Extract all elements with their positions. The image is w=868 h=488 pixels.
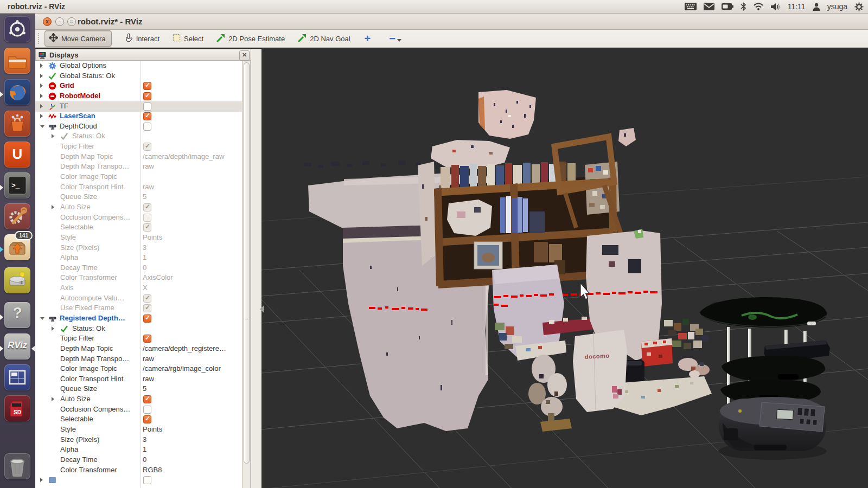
checkbox[interactable]	[143, 294, 151, 303]
display-row-alpha[interactable]: Alpha1	[35, 253, 242, 263]
launcher-icon-sd-card[interactable]: SD	[4, 395, 30, 421]
property-value[interactable]: 0	[143, 264, 240, 272]
property-value[interactable]: 1	[143, 253, 240, 261]
display-row-axis[interactable]: AxisX	[35, 283, 242, 293]
display-row-depth-map-transpo-[interactable]: Depth Map Transpo…raw	[35, 162, 242, 172]
display-row-depthcloud[interactable]: DepthCloud	[35, 121, 242, 132]
displays-scrollbar-thumb[interactable]	[244, 62, 250, 464]
tool-dropdown-arrow-icon[interactable]	[397, 39, 401, 42]
checkbox[interactable]	[143, 223, 151, 232]
display-row-occlusion-compens-[interactable]: Occlusion Compens…	[35, 213, 242, 223]
display-row-color-transport-hint[interactable]: Color Transport Hintraw	[35, 374, 242, 384]
property-value[interactable]: raw	[143, 162, 240, 170]
display-row-status-ok[interactable]: Status: Ok	[35, 324, 242, 334]
remove-tool-button[interactable]: −	[389, 33, 395, 44]
checkbox[interactable]	[143, 214, 151, 222]
display-row-occlusion-compens-[interactable]: Occlusion Compens…	[35, 404, 242, 415]
launcher-icon-rviz[interactable]: RViz	[4, 333, 30, 359]
expand-arrow-icon[interactable]	[40, 84, 43, 88]
display-row-robotmodel[interactable]: RobotModel	[35, 91, 242, 101]
display-row-tf[interactable]: TF	[35, 101, 242, 112]
expand-arrow-icon[interactable]	[40, 478, 43, 482]
window-minimize-button[interactable]: –	[55, 17, 64, 26]
display-row-style[interactable]: StylePoints	[35, 425, 242, 435]
display-row-autocompute-valu-[interactable]: Autocompute Valu…	[35, 293, 242, 304]
display-row-laserscan[interactable]: LaserScan	[35, 111, 242, 121]
tool-interact[interactable]: Interact	[125, 33, 159, 44]
property-value[interactable]: Points	[143, 233, 240, 241]
display-row-color-transformer[interactable]: Color TransformerAxisColor	[35, 273, 242, 283]
panel-splitter[interactable]	[251, 49, 261, 488]
property-value[interactable]: 3	[143, 243, 240, 252]
property-value[interactable]: Points	[143, 425, 240, 433]
property-value[interactable]: X	[143, 284, 240, 292]
username-label[interactable]: ysuga	[827, 2, 847, 11]
display-row-color-transformer[interactable]: Color TransformerRGB8	[35, 465, 242, 476]
property-value[interactable]: /camera/depth/image_raw	[143, 152, 240, 160]
display-row-registered-depth-[interactable]: Registered Depth…	[35, 313, 242, 324]
display-row-alpha[interactable]: Alpha1	[35, 445, 242, 455]
launcher-icon-ubuntu-one[interactable]: U	[4, 142, 30, 168]
expand-arrow-icon[interactable]	[40, 114, 43, 118]
checkbox[interactable]	[143, 304, 151, 312]
checkbox[interactable]	[143, 335, 151, 343]
display-row-global-options[interactable]: Global Options	[35, 61, 242, 71]
checkbox[interactable]	[143, 203, 151, 211]
display-row-decay-time[interactable]: Decay Time0	[35, 263, 242, 273]
launcher-icon-terminal[interactable]: >_	[4, 172, 30, 198]
display-row-color-image-topic[interactable]: Color Image Topic	[35, 172, 242, 182]
display-row-queue-size[interactable]: Queue Size5	[35, 192, 242, 202]
display-row-depth-map-topic[interactable]: Depth Map Topic/camera/depth/image_raw	[35, 152, 242, 162]
user-icon[interactable]	[813, 3, 820, 11]
checkbox[interactable]	[143, 123, 151, 131]
checkbox[interactable]	[143, 112, 151, 120]
window-titlebar[interactable]: x – □ robot.rviz* - RViz	[35, 14, 868, 30]
display-row-style[interactable]: StylePoints	[35, 233, 242, 243]
tool-2d-nav-goal[interactable]: 2D Nav Goal	[298, 34, 350, 44]
expand-arrow-icon[interactable]	[52, 397, 54, 401]
property-value[interactable]: raw	[143, 183, 240, 191]
add-tool-button[interactable]: +	[365, 33, 371, 44]
expand-arrow-icon[interactable]	[52, 134, 54, 138]
launcher-icon-trash[interactable]	[4, 453, 30, 479]
checkbox[interactable]	[143, 476, 151, 484]
property-value[interactable]: /camera/depth_registere…	[143, 344, 240, 352]
property-value[interactable]: RGB8	[143, 466, 240, 474]
expand-arrow-icon[interactable]	[40, 317, 44, 320]
launcher-icon-software-center[interactable]	[4, 111, 30, 137]
display-row-grid[interactable]: Grid	[35, 81, 242, 91]
displays-panel-close-button[interactable]: ✕	[239, 50, 250, 61]
display-row-global-status-ok[interactable]: Global Status: Ok	[35, 71, 242, 81]
display-row-queue-size[interactable]: Queue Size5	[35, 384, 242, 394]
display-row[interactable]	[35, 475, 242, 485]
launcher-icon-window-switcher[interactable]	[4, 364, 30, 390]
mail-indicator-icon[interactable]	[704, 3, 714, 10]
display-row-size-pixels-[interactable]: Size (Pixels)3	[35, 435, 242, 445]
expand-arrow-icon[interactable]	[40, 94, 43, 98]
expand-arrow-icon[interactable]	[52, 205, 54, 209]
property-value[interactable]: raw	[143, 355, 240, 363]
launcher-icon-firefox[interactable]	[4, 79, 30, 105]
display-row-decay-time[interactable]: Decay Time0	[35, 455, 242, 465]
bluetooth-indicator-icon[interactable]	[741, 2, 746, 11]
window-close-button[interactable]: x	[43, 17, 52, 26]
battery-indicator-icon[interactable]	[722, 3, 733, 10]
launcher-icon-disk-utility[interactable]	[4, 267, 30, 293]
3d-viewport[interactable]: docomo	[261, 49, 868, 488]
display-row-status-ok[interactable]: Status: Ok	[35, 131, 242, 142]
checkbox[interactable]	[143, 92, 151, 100]
property-value[interactable]: raw	[143, 375, 240, 383]
display-row-color-image-topic[interactable]: Color Image Topic/camera/rgb/image_color	[35, 364, 242, 374]
display-row-depth-map-topic[interactable]: Depth Map Topic/camera/depth_registere…	[35, 344, 242, 354]
display-row-size-pixels-[interactable]: Size (Pixels)3	[35, 243, 242, 253]
property-value[interactable]: 5	[143, 384, 240, 393]
toolbar-grip[interactable]	[38, 33, 41, 44]
tool-move-camera[interactable]: Move Camera	[44, 30, 112, 47]
tool-2d-pose-estimate[interactable]: 2D Pose Estimate	[216, 34, 285, 44]
checkbox[interactable]	[143, 415, 151, 423]
property-value[interactable]: 5	[143, 192, 240, 201]
expand-arrow-icon[interactable]	[40, 125, 44, 128]
checkbox[interactable]	[143, 314, 151, 323]
property-value[interactable]: 1	[143, 445, 240, 453]
wifi-indicator-icon[interactable]	[753, 3, 764, 10]
